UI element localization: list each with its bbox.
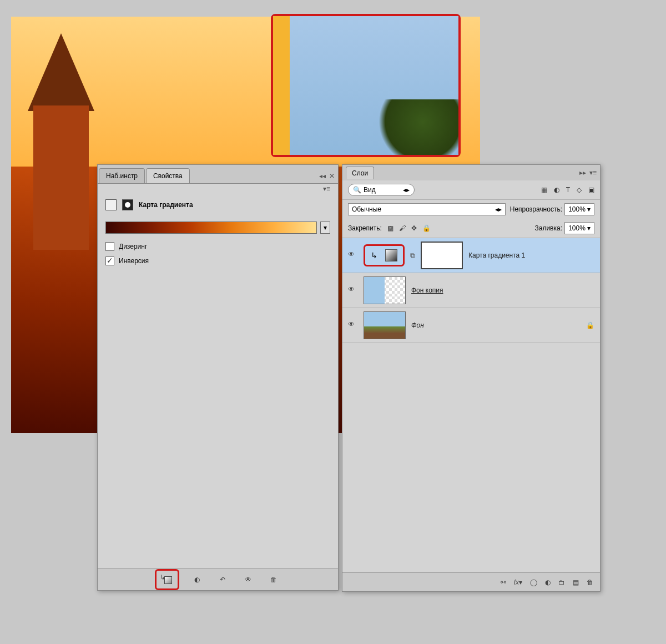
layers-footer: ⚯ fx▾ ◯ ◐ 🗀 ▤ 🗑 bbox=[342, 572, 600, 591]
mask-icon bbox=[122, 199, 133, 210]
layer-mask-thumb[interactable] bbox=[421, 242, 463, 269]
tab-presets[interactable]: Наб.инстр bbox=[99, 168, 145, 183]
secondary-tree bbox=[370, 99, 458, 155]
layer-item-gradient-map[interactable]: 👁 ↲ ⧉ Карта градиента 1 bbox=[342, 238, 600, 273]
properties-tabs: Наб.инстр Свойства ◂◂ ✕ bbox=[98, 165, 338, 184]
delete-button[interactable]: 🗑 bbox=[266, 573, 281, 586]
layer-item-background-copy[interactable]: 👁 Фон копия bbox=[342, 273, 600, 308]
lock-label: Закрепить: bbox=[348, 224, 382, 232]
secondary-preview[interactable] bbox=[273, 16, 458, 155]
tab-properties[interactable]: Свойства bbox=[146, 168, 190, 183]
filter-type-label: Вид bbox=[364, 186, 376, 194]
lock-transparent-icon[interactable]: ▩ bbox=[387, 224, 393, 232]
link-icon[interactable]: ⧉ bbox=[410, 251, 415, 259]
gradient-dropdown[interactable]: ▾ bbox=[320, 222, 330, 234]
invert-label: Инверсия bbox=[119, 257, 149, 265]
lock-position-icon[interactable]: ✥ bbox=[411, 224, 417, 232]
filter-pixel-icon[interactable]: ▦ bbox=[541, 186, 547, 194]
canvas-tower bbox=[17, 33, 105, 255]
delete-layer-button[interactable]: 🗑 bbox=[587, 578, 593, 586]
lock-paint-icon[interactable]: 🖌 bbox=[399, 224, 406, 232]
opacity-input[interactable]: 100%▾ bbox=[564, 203, 594, 215]
filter-type-select[interactable]: 🔍 Вид ◂▸ bbox=[348, 184, 415, 196]
panel-collapse-icon[interactable]: ◂◂ bbox=[319, 172, 326, 180]
add-mask-button[interactable]: ◯ bbox=[530, 578, 537, 586]
layers-tabbar: Слои ▸▸ ▾≡ bbox=[342, 165, 600, 180]
filter-smart-icon[interactable]: ▣ bbox=[588, 186, 594, 194]
visibility-toggle[interactable]: 👁 bbox=[348, 320, 358, 330]
layer-name[interactable]: Карта градиента 1 bbox=[468, 251, 525, 259]
gradient-preview[interactable] bbox=[105, 222, 317, 234]
gradient-map-thumb[interactable] bbox=[385, 249, 397, 261]
invert-checkbox[interactable] bbox=[105, 256, 114, 265]
properties-panel: Наб.инстр Свойства ◂◂ ✕ ▾≡ Карта градиен… bbox=[97, 164, 339, 591]
canvas-grey-sidebar bbox=[608, 11, 666, 605]
dithering-checkbox[interactable] bbox=[105, 242, 114, 251]
fill-input[interactable]: 100%▾ bbox=[564, 222, 594, 234]
fill-label: Заливка: bbox=[534, 224, 562, 232]
add-adjustment-button[interactable]: ◐ bbox=[545, 578, 551, 586]
layers-menu-icon[interactable]: ▾≡ bbox=[589, 169, 597, 177]
gradient-map-icon bbox=[105, 199, 117, 210]
filter-shape-icon[interactable]: ◇ bbox=[577, 186, 582, 194]
secondary-preview-highlight bbox=[271, 14, 461, 157]
properties-header: Карта градиента bbox=[98, 194, 338, 216]
visibility-toggle[interactable]: 👁 bbox=[348, 250, 358, 260]
secondary-yellow-strip bbox=[273, 16, 290, 155]
blend-mode-value: Обычные bbox=[352, 205, 381, 213]
opacity-label: Непрозрачность: bbox=[510, 205, 562, 213]
blend-mode-select[interactable]: Обычные ◂▸ bbox=[348, 203, 506, 215]
layer-name[interactable]: Фон bbox=[411, 321, 424, 329]
clip-indicator-icon: ↲ bbox=[371, 251, 377, 260]
filter-type-text-icon[interactable]: T bbox=[566, 186, 570, 194]
panel-menu-icon[interactable]: ▾≡ bbox=[323, 185, 334, 193]
lock-all-icon[interactable]: 🔒 bbox=[422, 224, 431, 232]
dithering-label: Дизеринг bbox=[119, 243, 147, 250]
link-layers-button[interactable]: ⚯ bbox=[501, 578, 506, 586]
properties-footer: ◐ ↶ 👁 🗑 bbox=[98, 568, 338, 590]
new-layer-button[interactable]: ▤ bbox=[573, 578, 579, 586]
layers-panel: Слои ▸▸ ▾≡ 🔍 Вид ◂▸ ▦ ◐ T ◇ ▣ Обычные ◂▸… bbox=[342, 164, 601, 592]
clip-icon bbox=[162, 575, 172, 584]
clip-to-layer-button[interactable] bbox=[155, 569, 179, 590]
filter-adjustment-icon[interactable]: ◐ bbox=[554, 186, 559, 194]
layer-thumb[interactable] bbox=[364, 311, 406, 339]
chevron-down-icon: ◂▸ bbox=[495, 205, 502, 213]
layer-name[interactable]: Фон копия bbox=[411, 286, 443, 294]
tab-layers[interactable]: Слои bbox=[346, 167, 374, 179]
lock-icon[interactable]: 🔒 bbox=[586, 321, 594, 329]
secondary-sky bbox=[290, 16, 458, 155]
view-previous-button[interactable]: ◐ bbox=[189, 573, 205, 586]
adjustment-thumb-highlight: ↲ bbox=[364, 244, 405, 266]
panel-close-icon[interactable]: ✕ bbox=[329, 172, 335, 180]
toggle-visibility-button[interactable]: 👁 bbox=[240, 573, 256, 586]
layer-item-background[interactable]: 👁 Фон 🔒 bbox=[342, 308, 600, 343]
layer-thumb[interactable] bbox=[364, 276, 406, 304]
search-icon: 🔍 bbox=[353, 186, 361, 194]
reset-button[interactable]: ↶ bbox=[215, 573, 230, 586]
visibility-toggle[interactable]: 👁 bbox=[348, 285, 358, 295]
layer-list: 👁 ↲ ⧉ Карта градиента 1 👁 Фон копия 👁 Фо… bbox=[342, 238, 600, 343]
fx-button[interactable]: fx▾ bbox=[514, 578, 522, 586]
layers-collapse-icon[interactable]: ▸▸ bbox=[579, 169, 586, 177]
properties-title: Карта градиента bbox=[139, 201, 193, 209]
new-group-button[interactable]: 🗀 bbox=[558, 578, 565, 586]
